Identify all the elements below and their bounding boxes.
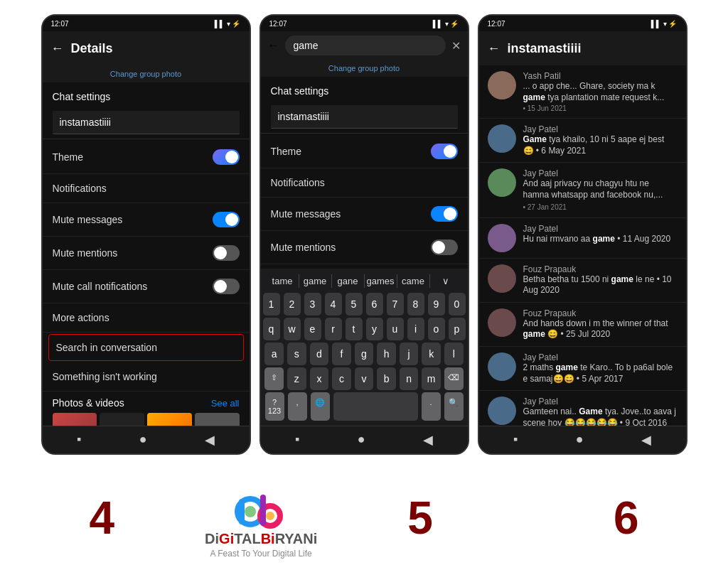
mute-messages-item-2[interactable]: Mute messages bbox=[261, 198, 468, 231]
kb-a[interactable]: a bbox=[264, 343, 284, 365]
nav-back-3[interactable]: ◀ bbox=[641, 432, 651, 448]
nav-back-2[interactable]: ◀ bbox=[423, 432, 433, 448]
kb-5[interactable]: 5 bbox=[346, 293, 363, 316]
close-btn-2[interactable]: ✕ bbox=[451, 39, 461, 53]
result-2[interactable]: Jay Patel And aaj privacy nu chagyu htu … bbox=[479, 163, 686, 217]
kb-backspace[interactable]: ⌫ bbox=[444, 367, 464, 390]
notifications-item-2[interactable]: Notifications bbox=[261, 168, 468, 198]
sugg-games[interactable]: games bbox=[365, 274, 397, 288]
kb-7[interactable]: 7 bbox=[387, 293, 404, 316]
kb-q[interactable]: q bbox=[263, 318, 280, 340]
kb-s[interactable]: s bbox=[287, 343, 306, 365]
mute-calls-item-1[interactable]: Mute call notifications bbox=[43, 270, 250, 303]
kb-x[interactable]: x bbox=[310, 367, 329, 390]
something-wrong-item-1[interactable]: Something isn't working bbox=[43, 362, 250, 392]
sugg-gane[interactable]: gane bbox=[332, 274, 365, 288]
more-actions-item-1[interactable]: More actions bbox=[43, 303, 250, 333]
theme-toggle-1[interactable] bbox=[213, 149, 240, 165]
result-6[interactable]: Jay Patel 2 maths game te Karo.. To b pa… bbox=[479, 347, 686, 391]
mute-mentions-item-1[interactable]: Mute mentions bbox=[43, 237, 250, 270]
kb-m[interactable]: m bbox=[422, 367, 441, 390]
group-photo-link-1[interactable]: Change group photo bbox=[110, 70, 181, 78]
kb-e[interactable]: e bbox=[304, 318, 321, 340]
nav-square-3[interactable]: ▪ bbox=[513, 432, 518, 448]
mute-mentions-item-2[interactable]: Mute mentions bbox=[261, 231, 468, 264]
kb-9[interactable]: 9 bbox=[428, 293, 445, 316]
kb-y[interactable]: y bbox=[366, 318, 383, 340]
kb-shift[interactable]: ⇧ bbox=[264, 367, 284, 390]
mute-messages-toggle-2[interactable] bbox=[431, 206, 458, 222]
nav-circle-2[interactable]: ● bbox=[358, 432, 365, 448]
kb-space[interactable] bbox=[333, 392, 418, 421]
kb-g[interactable]: g bbox=[355, 343, 374, 365]
back-arrow-3[interactable]: ← bbox=[488, 41, 500, 56]
kb-u[interactable]: u bbox=[387, 318, 404, 340]
result-3[interactable]: Jay Patel Hu nai rmvano aa game • 11 Aug… bbox=[479, 218, 686, 259]
back-arrow-2[interactable]: ← bbox=[268, 39, 279, 52]
sugg-tame[interactable]: tame bbox=[267, 274, 299, 288]
kb-b[interactable]: b bbox=[377, 367, 396, 390]
nav-back-1[interactable]: ◀ bbox=[205, 432, 215, 448]
nav-circle-3[interactable]: ● bbox=[576, 432, 584, 448]
mute-mentions-toggle-2[interactable] bbox=[431, 239, 458, 255]
sugg-came[interactable]: came bbox=[397, 274, 430, 288]
name-field-2[interactable]: instamastiiii bbox=[271, 105, 458, 129]
result-0[interactable]: Yash Patil ... o app che... Ghare, socie… bbox=[479, 65, 686, 119]
kb-8[interactable]: 8 bbox=[407, 293, 424, 316]
kb-k[interactable]: k bbox=[422, 343, 441, 365]
kb-o[interactable]: o bbox=[428, 318, 445, 340]
kb-globe[interactable]: 🌐 bbox=[311, 392, 330, 421]
kb-6[interactable]: 6 bbox=[366, 293, 383, 316]
kb-comma[interactable]: , bbox=[288, 392, 307, 421]
kb-t[interactable]: t bbox=[346, 318, 363, 340]
nav-square-1[interactable]: ▪ bbox=[77, 432, 81, 448]
avatar-5 bbox=[488, 308, 516, 337]
name-field-1[interactable]: instamastiiii bbox=[53, 111, 240, 134]
mute-messages-toggle-1[interactable] bbox=[213, 212, 240, 227]
theme-item-2[interactable]: Theme bbox=[261, 135, 468, 168]
nav-square-2[interactable]: ▪ bbox=[295, 432, 299, 448]
result-1[interactable]: Jay Patel Game tya khailo, 10 ni 5 aape … bbox=[479, 119, 686, 163]
kb-4[interactable]: 4 bbox=[325, 293, 342, 316]
kb-f[interactable]: f bbox=[332, 343, 351, 365]
theme-item-1[interactable]: Theme bbox=[43, 141, 250, 174]
kb-period[interactable]: . bbox=[422, 392, 441, 421]
kb-3[interactable]: 3 bbox=[304, 293, 321, 316]
search-input-2[interactable] bbox=[285, 36, 446, 55]
notifications-item-1[interactable]: Notifications bbox=[43, 174, 250, 203]
kb-2[interactable]: 2 bbox=[284, 293, 301, 316]
kb-i[interactable]: i bbox=[407, 318, 424, 340]
result-7[interactable]: Jay Patel Gamteen nai.. Game tya. Jove..… bbox=[479, 391, 686, 426]
kb-z[interactable]: z bbox=[287, 367, 306, 390]
group-photo-link-2[interactable]: Change group photo bbox=[328, 64, 400, 72]
kb-search[interactable]: 🔍 bbox=[444, 392, 464, 421]
kb-h[interactable]: h bbox=[377, 343, 396, 365]
kb-n[interactable]: n bbox=[400, 367, 419, 390]
mute-calls-toggle-1[interactable] bbox=[213, 279, 240, 294]
see-all-1[interactable]: See all bbox=[211, 398, 240, 409]
kb-0[interactable]: 0 bbox=[449, 293, 466, 316]
result-5[interactable]: Fouz Prapauk And hands down i m the winn… bbox=[479, 303, 686, 347]
sugg-game[interactable]: game bbox=[299, 274, 332, 288]
result-4[interactable]: Fouz Prapauk Betha betha tu 1500 ni game… bbox=[479, 259, 686, 303]
sugg-chevron[interactable]: ∨ bbox=[430, 274, 462, 288]
kb-w[interactable]: w bbox=[284, 318, 301, 340]
theme-toggle-2[interactable] bbox=[431, 144, 458, 159]
mute-mentions-toggle-1[interactable] bbox=[213, 245, 240, 261]
nav-circle-1[interactable]: ● bbox=[139, 432, 147, 448]
search-conversation-item-1[interactable]: Search in conversation bbox=[48, 334, 244, 361]
back-arrow-1[interactable]: ← bbox=[51, 41, 64, 56]
kb-1[interactable]: 1 bbox=[263, 293, 280, 316]
mute-messages-item-1[interactable]: Mute messages bbox=[43, 203, 250, 237]
group-photo-area-1[interactable]: Change group photo bbox=[43, 65, 250, 82]
kb-123[interactable]: ?123 bbox=[265, 392, 284, 421]
kb-p[interactable]: p bbox=[449, 318, 466, 340]
group-photo-area-2[interactable]: Change group photo bbox=[261, 60, 468, 77]
kb-r[interactable]: r bbox=[325, 318, 342, 340]
kb-v[interactable]: v bbox=[355, 367, 374, 390]
kb-d[interactable]: d bbox=[310, 343, 329, 365]
kb-j[interactable]: j bbox=[400, 343, 419, 365]
kb-l[interactable]: l bbox=[444, 343, 464, 365]
kb-c[interactable]: c bbox=[332, 367, 351, 390]
content-3: Yash Patil ... o app che... Ghare, socie… bbox=[479, 65, 686, 426]
